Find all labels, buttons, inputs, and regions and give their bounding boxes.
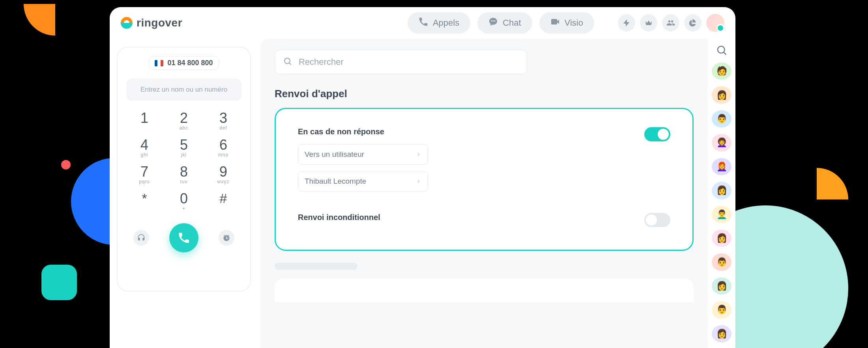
key-star[interactable]: * xyxy=(127,192,162,216)
crown-button[interactable] xyxy=(640,14,657,32)
searchbar[interactable] xyxy=(275,50,527,74)
nav-chat[interactable]: Chat xyxy=(477,12,532,34)
snooze-button[interactable] xyxy=(219,230,234,246)
nav-calls-label: Appels xyxy=(433,18,459,28)
key-3[interactable]: 3def xyxy=(206,111,241,135)
key-6[interactable]: 6mno xyxy=(206,138,241,162)
loading-placeholder xyxy=(275,263,357,270)
unconditional-toggle[interactable] xyxy=(644,213,670,227)
keypad: 1 2abc 3def 4ghi 5jkl 6mno 7pqrs 8tuv 9w… xyxy=(127,111,241,216)
phone-icon xyxy=(178,232,190,244)
key-7[interactable]: 7pqrs xyxy=(127,165,162,189)
contact-avatar[interactable]: 👨 xyxy=(712,253,731,271)
people-icon xyxy=(666,19,675,27)
contact-avatar[interactable]: 👨 xyxy=(712,110,731,128)
contact-avatar[interactable]: 👩 xyxy=(712,182,731,199)
brand-logo[interactable]: ringover xyxy=(121,17,182,29)
section-title: Renvoi d'appel xyxy=(275,88,694,100)
key-8[interactable]: 8tuv xyxy=(166,165,202,189)
people-button[interactable] xyxy=(662,14,679,32)
bg-teal-square xyxy=(41,265,77,300)
search-icon xyxy=(283,56,292,68)
pie-chart-icon xyxy=(688,19,697,27)
contact-avatar[interactable]: 👩‍🦱 xyxy=(712,134,731,151)
search-icon xyxy=(716,44,728,56)
app-window: ringover Appels Chat Visio xyxy=(110,7,735,348)
main-panel: Renvoi d'appel En cas de non réponse Ver… xyxy=(260,39,708,348)
crown-icon xyxy=(644,19,653,27)
no-answer-row: En cas de non réponse Vers un utilisateu… xyxy=(298,127,670,192)
key-2[interactable]: 2abc xyxy=(166,111,202,135)
bolt-icon xyxy=(622,19,631,27)
video-icon xyxy=(550,17,560,29)
contact-avatar[interactable]: 🧑 xyxy=(712,62,731,80)
svg-point-2 xyxy=(718,46,725,53)
forward-target-select[interactable]: Vers un utilisateur xyxy=(298,144,428,165)
forward-user-value: Thibault Lecompte xyxy=(305,177,366,186)
nav-video-label: Visio xyxy=(565,18,583,28)
headset-button[interactable] xyxy=(133,230,149,246)
contact-avatar[interactable]: 👩 xyxy=(712,86,731,103)
alarm-icon xyxy=(223,234,230,242)
nav-calls[interactable]: Appels xyxy=(408,12,470,34)
dialer-search-placeholder: Entrez un nom ou un numéro xyxy=(140,86,227,94)
svg-line-1 xyxy=(290,63,292,65)
next-card-placeholder xyxy=(275,278,694,302)
phone-icon xyxy=(419,17,428,29)
dialer-actions xyxy=(126,223,241,252)
header: ringover Appels Chat Visio xyxy=(110,7,735,39)
key-4[interactable]: 4ghi xyxy=(127,138,162,162)
current-number: 01 84 800 800 xyxy=(167,59,213,67)
contact-avatar[interactable]: 👩 xyxy=(712,277,731,295)
avatar-me[interactable] xyxy=(706,14,724,32)
chat-icon xyxy=(488,17,498,29)
bg-orange-quarter xyxy=(24,4,55,36)
key-9[interactable]: 9wxyz xyxy=(206,165,241,189)
dialer-search[interactable]: Entrez un nom ou un numéro xyxy=(126,79,241,101)
unconditional-row: Renvoi inconditionnel xyxy=(298,213,670,230)
unconditional-title: Renvoi inconditionnel xyxy=(298,213,380,222)
key-hash[interactable]: # xyxy=(206,192,241,216)
nav-video[interactable]: Visio xyxy=(539,12,594,34)
no-answer-toggle[interactable] xyxy=(644,127,670,141)
brand-logo-mark xyxy=(121,17,133,29)
bolt-button[interactable] xyxy=(618,14,635,32)
headset-icon xyxy=(137,234,145,242)
contact-avatar[interactable]: 👩 xyxy=(712,325,731,342)
bg-red-dot xyxy=(61,160,71,169)
call-button[interactable] xyxy=(169,223,198,252)
header-actions xyxy=(618,14,724,32)
contact-avatar[interactable]: 👩‍🦰 xyxy=(712,158,731,175)
search-input[interactable] xyxy=(299,57,519,67)
forward-user-select[interactable]: Thibault Lecompte xyxy=(298,171,428,192)
flag-france-icon xyxy=(155,60,163,66)
chart-button[interactable] xyxy=(684,14,702,32)
dialer-panel: 01 84 800 800 Entrez un nom ou un numéro… xyxy=(117,47,251,292)
contact-avatar[interactable]: 👩 xyxy=(712,229,731,247)
bg-orange-quarter-right xyxy=(817,168,848,199)
brand-name: ringover xyxy=(137,17,182,29)
chevron-right-icon xyxy=(416,152,421,157)
contact-avatar[interactable]: 👨 xyxy=(712,301,731,318)
forward-target-value: Vers un utilisateur xyxy=(305,150,364,159)
svg-line-3 xyxy=(724,53,726,55)
key-5[interactable]: 5jkl xyxy=(166,138,202,162)
contact-avatar[interactable]: 👨‍🦱 xyxy=(712,206,731,223)
current-number-badge[interactable]: 01 84 800 800 xyxy=(149,56,219,70)
primary-nav: Appels Chat Visio xyxy=(408,12,594,34)
nav-chat-label: Chat xyxy=(503,18,521,28)
rail-search[interactable] xyxy=(716,44,728,56)
no-answer-title: En cas de non réponse xyxy=(298,127,428,136)
key-1[interactable]: 1 xyxy=(127,111,162,135)
contact-rail: 🧑 👩 👨 👩‍🦱 👩‍🦰 👩 👨‍🦱 👩 👨 👩 👨 👩 xyxy=(708,39,735,348)
chevron-right-icon xyxy=(416,179,421,184)
key-0[interactable]: 0+ xyxy=(166,192,202,216)
svg-point-0 xyxy=(284,58,290,64)
call-forward-card: En cas de non réponse Vers un utilisateu… xyxy=(275,108,694,251)
